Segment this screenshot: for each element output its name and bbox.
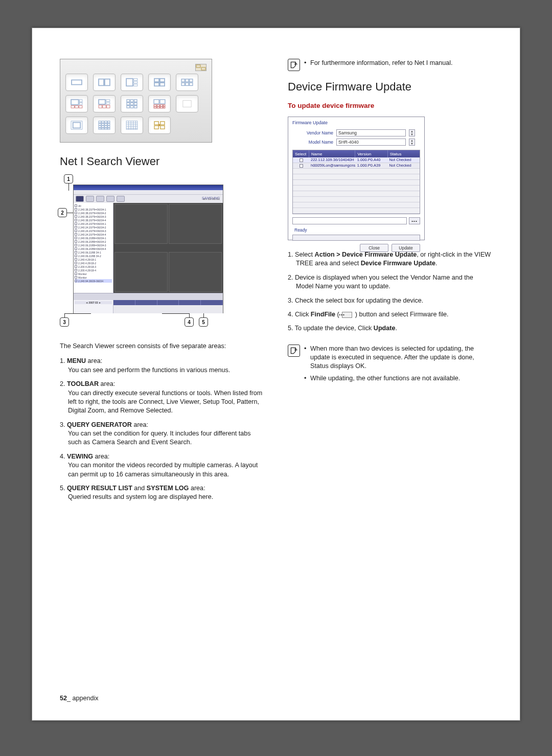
svg-rect-68 [99,128,101,129]
tree-node: 2.240.38.20/79=06034-4 [75,218,112,222]
layout-3x3-icon [121,95,143,112]
table-row[interactable]: h00059Lon@samsungcns...1.000.P0.A39Not C… [293,163,420,169]
layout-1x1-icon [65,74,88,91]
svg-rect-49 [164,107,165,108]
tree-node: 2.240.38.20/79=06034-1 [75,208,112,211]
table-row-empty: . [293,191,420,197]
layout-selector-screenshot: ✦ [60,59,212,143]
sv-area-list: 1. MENU area:You can see and perform the… [60,357,264,501]
tree-node: Monitor [75,272,112,276]
table-row[interactable]: 222.112.109.36/104040H1.000.P0.A40Not Ch… [293,157,420,163]
svg-rect-61 [102,123,104,125]
table-row-empty: . [293,169,420,174]
svg-rect-26 [106,100,110,102]
tree-node: 2.200.4.29/18-3 [75,265,112,268]
sv-timeline [74,293,223,300]
svg-rect-28 [99,105,102,108]
footer-label: _ appendix [67,695,99,702]
update-step: 5. To update the device, Click Update. [288,324,492,333]
search-viewer-screenshot: 1 2 3 4 5 [60,176,223,330]
tree-node: All [75,204,112,208]
svg-rect-29 [103,105,106,108]
note-bottom-item: When more than two devices is selected f… [304,345,492,371]
svg-rect-39 [134,106,137,108]
svg-rect-31 [127,100,129,102]
svg-rect-70 [105,128,107,129]
layout-2x2-icon [148,74,171,91]
fw-status-text: Ready [294,227,419,233]
left-column: ✦ Net I Search Viewer 1 2 3 4 5 [60,59,264,507]
svg-rect-5 [126,79,133,86]
layout-5x5-icon [121,117,143,134]
layout-1plus7-icon [93,95,116,112]
svg-rect-12 [160,83,165,86]
svg-rect-46 [154,107,156,108]
sv-area-item: 4. VEWING area:You can monitor the video… [60,452,264,479]
svg-rect-65 [102,126,104,128]
device-firmware-update-heading: Device Firmware Update [288,80,492,94]
model-spin[interactable]: ▲▼ [409,139,415,146]
note-top-text: For furthermore information, refer to Ne… [304,59,453,67]
fw-table: Select Name Version Status 222.112.109.3… [292,150,420,214]
tree-node: 2.240.4.29/18-2 [75,261,112,265]
row-checkbox[interactable] [300,158,303,162]
sv-results [113,300,223,313]
svg-rect-33 [134,100,137,102]
svg-rect-20 [79,100,82,102]
note-icon [288,345,300,357]
th-version: Version [355,150,387,157]
sv-area-item: 3. QUERY GENERATOR area:You can set the … [60,421,264,447]
th-select: Select [293,150,309,157]
tree-node: 2.240.24.20/79=06034-2 [75,225,112,229]
callout-4: 4 [185,317,194,327]
svg-rect-69 [102,128,104,129]
svg-rect-40 [154,100,159,104]
tree-node: 2.240.4.29/18-1 [75,258,112,261]
svg-rect-60 [99,123,101,125]
layout-blank-icon [176,95,198,112]
tree-node: 2.240.06.20/89=06034-4 [75,247,112,250]
svg-text:✦: ✦ [157,123,162,128]
table-row-empty: . [293,174,420,180]
toolbar-zoom-icon [117,196,125,202]
svg-rect-23 [75,106,78,108]
svg-rect-58 [105,121,107,123]
svg-rect-22 [71,106,74,108]
svg-rect-47 [157,107,159,108]
model-name-label: Model Name [296,140,333,145]
layout-2x1-icon [93,74,116,91]
svg-rect-32 [130,100,133,102]
tree-node: 2.200.4.29/18-4 [75,268,112,272]
svg-rect-37 [127,106,129,108]
sv-view-area [113,203,223,293]
svg-rect-14 [186,79,189,82]
svg-rect-56 [99,121,101,123]
svg-rect-16 [181,83,185,85]
note-icon [288,59,300,71]
tree-node: 2.240.06.20/89=06034-1 [75,236,112,240]
window-control-icon [195,64,206,71]
manual-page: ✦ Net I Search Viewer 1 2 3 4 5 [32,28,520,721]
model-name-combo[interactable]: SHR-4040 [336,139,406,146]
firmware-path-input[interactable] [292,217,407,224]
vendor-name-combo[interactable]: Samsung [336,129,406,136]
tree-node: 2.240.24.20/79=06034-1 [75,222,112,225]
findfile-inline-icon: ••• [342,312,352,318]
layout-3x2-icon [176,74,198,91]
svg-rect-45 [164,105,165,106]
svg-rect-43 [157,105,159,106]
tree-node: 2.240.06.22/88 34-2 [75,254,112,258]
svg-rect-44 [160,105,163,106]
vendor-spin[interactable]: ▲▼ [409,129,415,136]
svg-rect-50 [183,101,191,107]
findfile-button[interactable]: ••• [409,217,420,224]
callout-1: 1 [64,174,73,184]
row-checkbox[interactable] [300,164,303,168]
table-row-empty: . [293,197,420,202]
toolbar-live-icon [86,196,94,202]
svg-rect-63 [108,123,110,125]
layout-1plus12-icon [65,117,88,134]
table-row-empty: . [293,186,420,191]
layout-2plus8-icon [148,95,171,112]
layout-1plus3-icon [121,74,143,91]
